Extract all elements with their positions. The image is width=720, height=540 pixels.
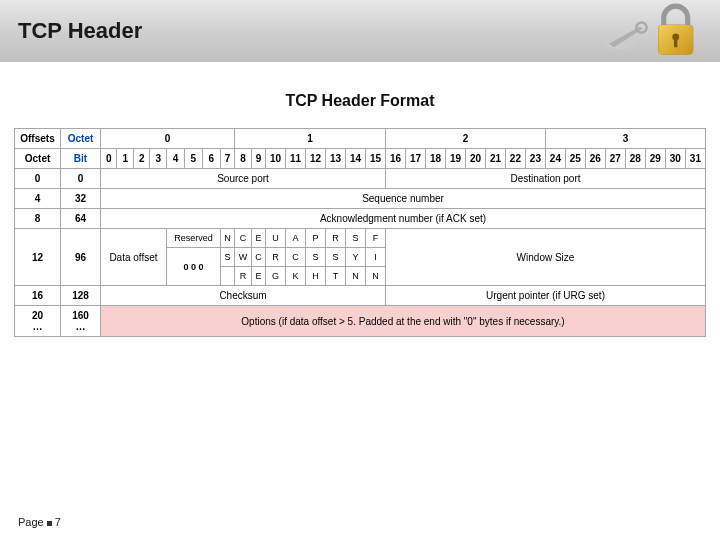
table-row: 00Source portDestination port: [15, 169, 706, 189]
cell-octet-link: Octet: [61, 129, 101, 149]
cell-field: Destination port: [386, 169, 706, 189]
cell-bit-5: 5: [184, 149, 202, 169]
cell-bit-13: 13: [326, 149, 346, 169]
cell-flag-6: Y: [346, 248, 366, 267]
cell-field: Checksum: [101, 286, 386, 306]
cell-reserved-label: Reserved: [166, 229, 220, 248]
cell-row-bit: 96: [61, 229, 101, 286]
cell-flag-4: S: [306, 248, 326, 267]
cell-bit-15: 15: [366, 149, 386, 169]
header-row-octet-groups: OffsetsOctet0123: [15, 129, 706, 149]
cell-bit-7: 7: [220, 149, 234, 169]
cell-flag-6: N: [346, 267, 366, 286]
cell-row-octet: 4: [15, 189, 61, 209]
cell-flag-2: U: [266, 229, 286, 248]
cell-offsets: Offsets: [15, 129, 61, 149]
cell-flag-4: P: [306, 229, 326, 248]
table-row: 16128ChecksumUrgent pointer (if URG set): [15, 286, 706, 306]
table-row: 432Sequence number: [15, 189, 706, 209]
cell-bit-12: 12: [306, 149, 326, 169]
cell-bit-25: 25: [565, 149, 585, 169]
cell-row-bit: 0: [61, 169, 101, 189]
cell-bit-20: 20: [465, 149, 485, 169]
cell-data-offset: Data offset: [101, 229, 167, 286]
cell-bit-29: 29: [645, 149, 665, 169]
cell-flag-4: H: [306, 267, 326, 286]
cell-bit-24: 24: [545, 149, 565, 169]
cell-flag-0: W: [235, 248, 252, 267]
cell-bit-11: 11: [286, 149, 306, 169]
title-bar: TCP Header: [0, 0, 720, 62]
cell-flag-ns: S: [220, 248, 234, 267]
cell-bit-6: 6: [202, 149, 220, 169]
cell-bit-26: 26: [585, 149, 605, 169]
cell-bit-18: 18: [426, 149, 446, 169]
cell-bit-19: 19: [445, 149, 465, 169]
cell-flag-2: G: [266, 267, 286, 286]
subtitle: TCP Header Format: [0, 92, 720, 110]
cell-bit-0: 0: [101, 149, 117, 169]
cell-options: Options (if data offset > 5. Padded at t…: [101, 306, 706, 337]
cell-row-octet: 20…: [15, 306, 61, 337]
cell-row-octet: 8: [15, 209, 61, 229]
svg-point-1: [636, 22, 646, 32]
cell-octet-group-3: 3: [545, 129, 705, 149]
cell-bit-22: 22: [505, 149, 525, 169]
cell-bit-16: 16: [386, 149, 406, 169]
cell-flag-7: I: [366, 248, 386, 267]
cell-row-bit: 128: [61, 286, 101, 306]
cell-flag-1: E: [251, 229, 265, 248]
cell-flag-ns: N: [220, 229, 234, 248]
cell-window-size: Window Size: [386, 229, 706, 286]
cell-bit-28: 28: [625, 149, 645, 169]
cell-field: Acknowledgment number (if ACK set): [101, 209, 706, 229]
cell-row-octet: 16: [15, 286, 61, 306]
table-row: 864Acknowledgment number (if ACK set): [15, 209, 706, 229]
cell-flag-7: F: [366, 229, 386, 248]
tcp-header-table: OffsetsOctet0123OctetBit0123456789101112…: [14, 128, 706, 337]
svg-rect-5: [674, 39, 677, 48]
cell-flag-1: E: [251, 267, 265, 286]
cell-field: Urgent pointer (if URG set): [386, 286, 706, 306]
cell-octet-header: Octet: [15, 149, 61, 169]
page-number: Page7: [18, 516, 61, 528]
cell-flag-5: R: [326, 229, 346, 248]
tcp-header-table-wrap: OffsetsOctet0123OctetBit0123456789101112…: [0, 128, 720, 337]
table-row: 20…160…Options (if data offset > 5. Padd…: [15, 306, 706, 337]
cell-bit-31: 31: [685, 149, 705, 169]
cell-field: Source port: [101, 169, 386, 189]
cell-row-bit: 64: [61, 209, 101, 229]
table-row: 1296Data offsetReservedNCEUAPRSFWindow S…: [15, 229, 706, 248]
page-title: TCP Header: [18, 18, 142, 44]
cell-bit-17: 17: [406, 149, 426, 169]
cell-flag-2: R: [266, 248, 286, 267]
cell-row-octet: 12: [15, 229, 61, 286]
cell-octet-group-0: 0: [101, 129, 235, 149]
cell-flag-5: T: [326, 267, 346, 286]
cell-bit-10: 10: [266, 149, 286, 169]
cell-bit-4: 4: [166, 149, 184, 169]
cell-bit-21: 21: [485, 149, 505, 169]
lock-icon: [595, 1, 705, 61]
cell-bit-3: 3: [150, 149, 166, 169]
cell-flag-5: S: [326, 248, 346, 267]
cell-row-bit: 160…: [61, 306, 101, 337]
cell-flag-3: A: [286, 229, 306, 248]
cell-flag-1: C: [251, 248, 265, 267]
cell-flag-0: C: [235, 229, 252, 248]
header-row-bits: OctetBit01234567891011121314151617181920…: [15, 149, 706, 169]
cell-bit-1: 1: [117, 149, 133, 169]
cell-bit-30: 30: [665, 149, 685, 169]
cell-bit-link: Bit: [61, 149, 101, 169]
cell-flag-3: C: [286, 248, 306, 267]
cell-flag-3: K: [286, 267, 306, 286]
cell-row-bit: 32: [61, 189, 101, 209]
cell-bit-23: 23: [525, 149, 545, 169]
cell-octet-group-1: 1: [235, 129, 386, 149]
cell-field: Sequence number: [101, 189, 706, 209]
cell-octet-group-2: 2: [386, 129, 546, 149]
cell-bit-9: 9: [251, 149, 265, 169]
lock-and-key-image: [580, 0, 720, 62]
cell-row-octet: 0: [15, 169, 61, 189]
bullet-icon: [47, 521, 52, 526]
